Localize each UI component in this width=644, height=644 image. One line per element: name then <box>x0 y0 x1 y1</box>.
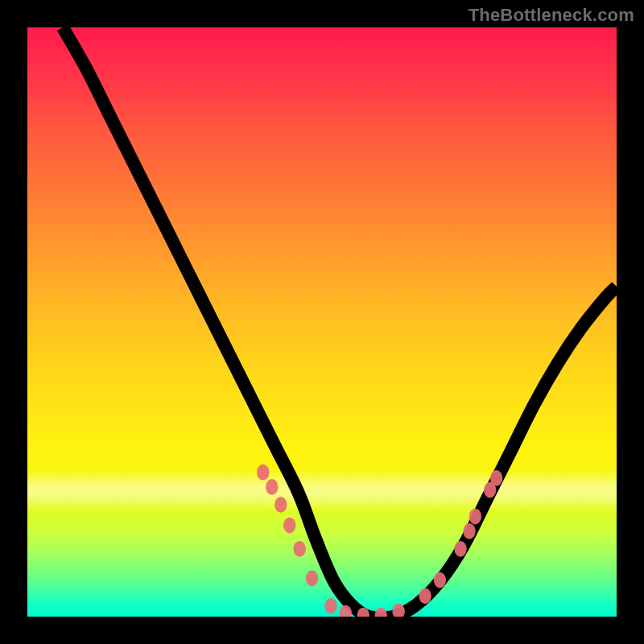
curve-marker <box>469 509 481 525</box>
curve-marker <box>283 518 295 534</box>
curve-marker <box>293 541 305 557</box>
curve-marker <box>306 571 318 587</box>
watermark-text: TheBottleneck.com <box>469 5 634 26</box>
chart-svg <box>27 27 617 617</box>
curve-marker <box>266 479 278 495</box>
chart-frame: TheBottleneck.com <box>0 0 644 644</box>
curve-marker <box>454 541 466 557</box>
curve-marker <box>375 608 387 617</box>
curve-marker <box>463 523 475 539</box>
curve-marker <box>490 470 502 486</box>
curve-marker <box>257 464 269 481</box>
curve-marker <box>392 604 404 617</box>
curve-line <box>63 27 617 617</box>
curve-marker <box>419 588 431 604</box>
curve-marker <box>275 497 287 513</box>
curve-marker <box>434 572 446 588</box>
plot-area <box>27 27 617 617</box>
curve-marker <box>324 598 336 614</box>
